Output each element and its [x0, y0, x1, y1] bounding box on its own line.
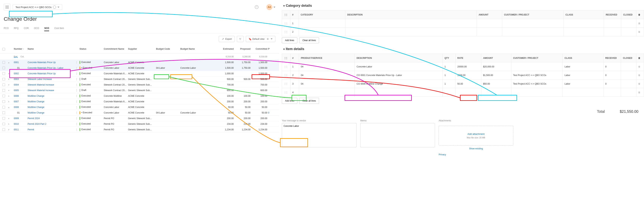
row-menu[interactable] [76, 100, 80, 103]
select-all-checkbox[interactable] [2, 48, 5, 50]
class-cell[interactable]: Labor [562, 80, 603, 88]
desc-cell[interactable] [345, 28, 477, 36]
product-cell[interactable]: 04 [299, 71, 355, 80]
tab-oco[interactable]: OCO [34, 26, 39, 31]
sco-number[interactable]: 01 [14, 112, 28, 114]
grid-row[interactable]: ›0003Sitework Labor IncreaseDraftSitewor… [0, 76, 279, 82]
tab-rfq[interactable]: RFQ [14, 26, 18, 31]
amount-cell[interactable] [481, 88, 511, 97]
row-menu[interactable] [76, 61, 80, 64]
product-cell[interactable]: 04 [299, 80, 355, 88]
grid-row[interactable]: ›0011PermitExecutedPermit POGeneric Site… [0, 127, 279, 132]
rec-cell[interactable]: 0 [603, 62, 621, 71]
cust-cell[interactable] [511, 62, 562, 71]
category-section-header[interactable]: Category details [282, 0, 644, 10]
sco-number[interactable]: 0011 [14, 128, 28, 131]
qty-cell[interactable] [442, 88, 456, 97]
qty-cell[interactable]: 1 [442, 62, 456, 71]
row-menu[interactable] [76, 89, 80, 92]
expand-toggle[interactable]: › [8, 72, 10, 75]
rate-cell[interactable]: 20000.00 [456, 62, 481, 71]
row-checkbox[interactable] [2, 84, 5, 86]
sco-name[interactable]: Multiline Change [28, 112, 76, 114]
tab-cor[interactable]: COR [24, 26, 29, 31]
row-menu[interactable] [76, 78, 80, 80]
category-clear-lines[interactable]: Clear all lines [299, 37, 319, 43]
rate-cell[interactable]: 1500.00 [456, 71, 481, 80]
amount-cell[interactable] [477, 19, 502, 28]
sco-name[interactable]: Multiline Change [28, 100, 76, 103]
delete-row[interactable] [636, 80, 644, 88]
row-checkbox[interactable] [2, 95, 5, 97]
desc-cell[interactable] [355, 88, 442, 97]
collapse-all[interactable]: Col. [20, 56, 24, 58]
delete-row[interactable] [636, 88, 644, 97]
row-menu[interactable] [76, 112, 80, 114]
sco-name[interactable]: Concrete Materials Price Up - Labor [28, 67, 76, 69]
delete-row[interactable] [636, 19, 644, 28]
grid-row[interactable]: 01Concrete Materials Price Up - Labor• E… [0, 65, 279, 71]
expand-toggle[interactable]: › [8, 84, 10, 86]
sco-number[interactable]: 0005 [14, 89, 28, 92]
sco-number[interactable]: 0009 [14, 117, 28, 120]
grid-row[interactable]: ›0007Multiline ChangeExecutedConcrete Ma… [0, 99, 279, 104]
sco-name[interactable]: Sitework Material Increase [28, 84, 76, 86]
amount-cell[interactable]: $50.00 [481, 80, 511, 88]
class-cell[interactable] [562, 88, 603, 97]
row-checkbox[interactable] [2, 78, 5, 80]
grid-row[interactable]: ⌄0008Multiline ChangeExecutedConcrete La… [0, 104, 279, 110]
row-checkbox[interactable] [2, 89, 5, 92]
tab-sco[interactable]: SCO [44, 26, 49, 31]
sco-number[interactable]: 0002 [14, 72, 28, 75]
row-checkbox[interactable] [2, 100, 5, 103]
sco-name[interactable]: Concrete Materials Price Up [28, 72, 76, 75]
row-checkbox[interactable] [2, 61, 5, 64]
expand-toggle[interactable]: › [8, 95, 10, 97]
cust-cell[interactable] [502, 28, 564, 36]
cust-cell[interactable]: Test Project:ACC <-> QBO SCOs [511, 80, 562, 88]
expand-toggle[interactable]: › [8, 117, 10, 120]
col-supplier[interactable]: Supplier [128, 48, 156, 50]
grid-row[interactable]: ›0010Permit 2024 Part 2ExecutedPermit PO… [0, 121, 279, 127]
rec-cell[interactable] [603, 88, 621, 97]
row-checkbox[interactable] [2, 72, 5, 75]
class-cell[interactable]: Labor [562, 62, 603, 71]
grid-row[interactable]: ›0009Permit 2024ExecutedPermit POGeneric… [0, 116, 279, 121]
row-checkbox[interactable] [2, 106, 5, 108]
sco-name[interactable]: Permit 2024 [28, 117, 76, 120]
sco-number[interactable]: 0010 [14, 123, 28, 125]
grid-row[interactable]: 01Multiline Change• ExecutedConcrete Lab… [0, 110, 279, 116]
amount-cell[interactable]: $20,000.00 [481, 62, 511, 71]
attachment-dropzone[interactable]: Add attachment Max file size: 20 MB [439, 126, 513, 146]
closed-cell[interactable] [621, 62, 636, 71]
col-budget-name[interactable]: Budget Name [180, 48, 218, 50]
filter-button[interactable] [237, 36, 244, 42]
row-menu[interactable] [76, 72, 80, 75]
closed-cell[interactable] [621, 80, 636, 88]
item-row[interactable]: 304CO 0008 Multiline Change150.00$50.00T… [282, 80, 644, 88]
drag-handle[interactable] [282, 80, 290, 88]
class-cell[interactable]: Labor [562, 71, 603, 80]
item-row[interactable]: 204CO 0001 Concrete Materials Price Up -… [282, 71, 644, 80]
grid-row[interactable]: ⌄0001Concrete Materials Price UpExecuted… [0, 60, 279, 65]
category-add-lines[interactable]: Add lines [282, 37, 297, 43]
show-existing-link[interactable]: Show existing [439, 147, 513, 150]
row-menu[interactable] [76, 95, 80, 97]
category-cell[interactable] [299, 19, 345, 28]
sco-number[interactable]: 0006 [14, 95, 28, 97]
sco-name[interactable]: Sitework Material Increase [28, 89, 76, 92]
col-p[interactable]: P [268, 48, 275, 50]
drag-handle[interactable] [282, 28, 290, 36]
rate-cell[interactable]: 50.00 [456, 80, 481, 88]
col-estimated[interactable]: Estimated [218, 48, 234, 50]
drag-handle[interactable] [282, 62, 290, 71]
sco-name[interactable]: Permit 2024 Part 2 [28, 123, 76, 125]
row-menu[interactable] [76, 67, 80, 69]
category-cell[interactable] [299, 28, 345, 36]
amount-cell[interactable] [477, 28, 502, 36]
item-add-lines[interactable]: Add lines [282, 98, 297, 104]
class-cell[interactable] [564, 28, 604, 36]
vendor-message-input[interactable] [282, 123, 356, 147]
row-checkbox[interactable] [2, 67, 5, 69]
memo-input[interactable] [360, 123, 435, 147]
